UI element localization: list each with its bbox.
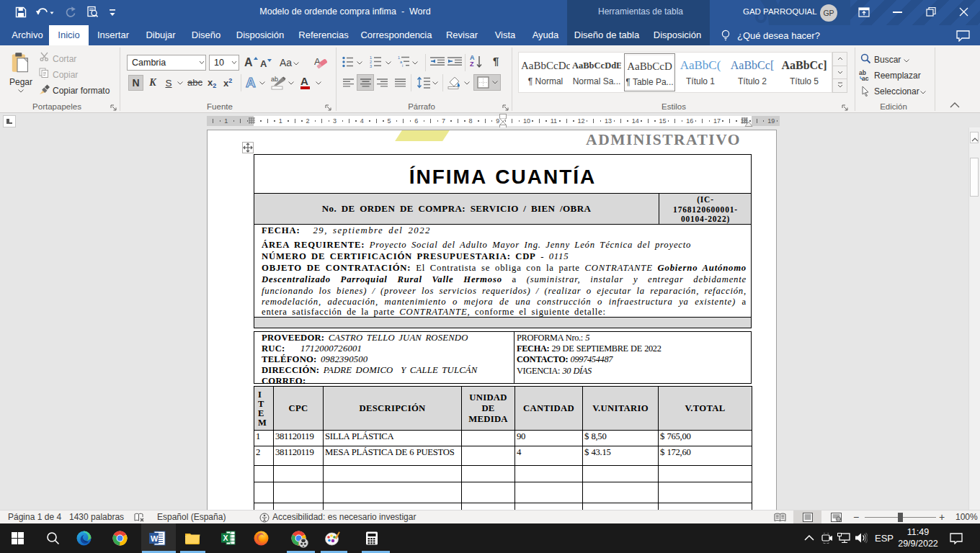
svg-text:3: 3 [370,64,372,68]
svg-text:A: A [246,75,256,90]
svg-text:ab: ab [271,76,278,83]
svg-text:ac: ac [862,75,869,81]
svg-text:X: X [223,534,228,542]
svg-text:W: W [151,534,159,543]
svg-text:i: i [402,63,403,68]
